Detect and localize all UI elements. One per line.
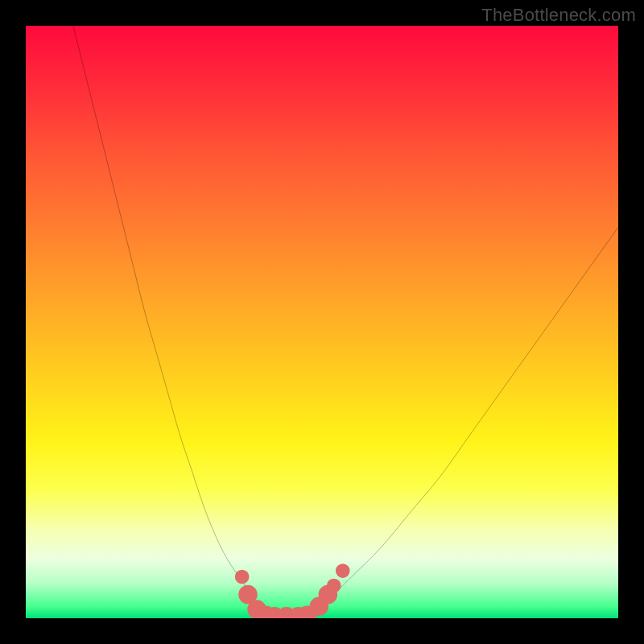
marker-point bbox=[235, 570, 250, 584]
marker-point bbox=[336, 564, 350, 578]
chart-stage: TheBottleneck.com bbox=[0, 0, 644, 644]
highlighted-markers bbox=[235, 564, 350, 618]
marker-point bbox=[327, 579, 341, 593]
curve-left bbox=[73, 26, 263, 618]
plot-svg bbox=[26, 26, 618, 618]
attribution-label: TheBottleneck.com bbox=[481, 5, 636, 26]
curve-right bbox=[310, 227, 618, 618]
